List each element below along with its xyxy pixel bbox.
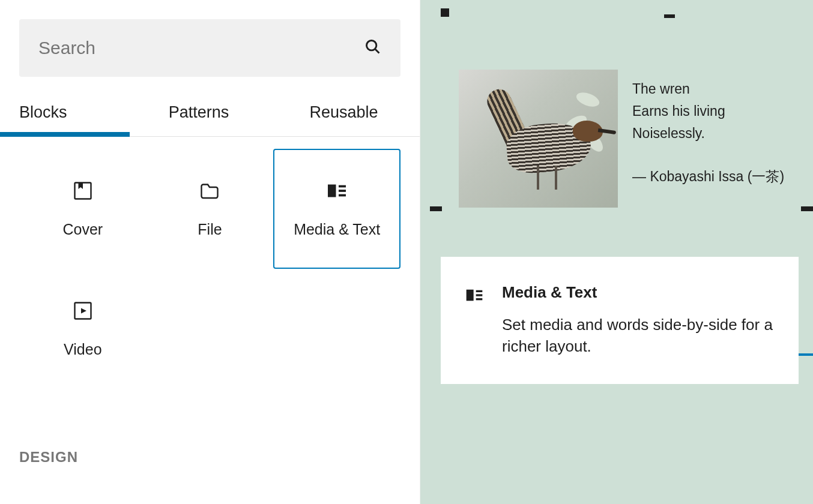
search-input[interactable]	[38, 38, 364, 58]
svg-line-1	[375, 49, 379, 53]
preview-text: The wren Earns his living Noiselessly. —…	[632, 70, 789, 188]
media-text-icon	[465, 283, 484, 307]
block-info-card: Media & Text Set media and words side-by…	[441, 257, 799, 384]
active-tab-indicator	[0, 132, 130, 137]
search-box[interactable]	[19, 19, 400, 77]
svg-rect-8	[467, 290, 474, 301]
tab-blocks[interactable]: Blocks	[0, 103, 130, 136]
cover-icon	[72, 180, 94, 202]
block-file[interactable]: File	[147, 149, 274, 269]
selection-accent	[799, 353, 813, 356]
file-icon	[199, 180, 220, 202]
tab-patterns[interactable]: Patterns	[130, 103, 268, 136]
preview-image	[459, 70, 618, 208]
block-handle-icon	[441, 8, 449, 17]
block-media-text[interactable]: Media & Text	[273, 149, 400, 269]
block-label: Cover	[62, 221, 103, 238]
block-video[interactable]: Video	[19, 269, 147, 389]
block-resize-handle[interactable]	[801, 206, 813, 211]
poem-attribution: — Kobayashi Issa (一茶)	[632, 166, 789, 188]
block-preview-panel: The wren Earns his living Noiselessly. —…	[420, 0, 813, 504]
inserter-tabs: Blocks Patterns Reusable	[0, 103, 420, 137]
poem-line: Noiselessly.	[632, 122, 789, 145]
media-text-icon	[326, 180, 348, 202]
search-icon	[364, 38, 381, 58]
block-label: Video	[64, 341, 102, 358]
tab-reusable[interactable]: Reusable	[268, 103, 420, 136]
block-gallery[interactable]: Gallery	[147, 137, 274, 149]
poem-line: The wren	[632, 78, 789, 100]
poem-line: Earns his living	[632, 100, 789, 122]
block-label: Media & Text	[294, 221, 380, 238]
block-info-title: Media & Text	[502, 283, 775, 302]
blocks-list[interactable]: Image Gallery Audio Cover File	[0, 137, 420, 504]
block-label: File	[198, 221, 222, 238]
block-image[interactable]: Image	[19, 137, 147, 149]
block-inserter-panel: Blocks Patterns Reusable Image Gallery A…	[0, 0, 420, 504]
video-icon	[72, 300, 94, 322]
search-wrap	[0, 0, 420, 77]
media-text-preview: The wren Earns his living Noiselessly. —…	[459, 70, 789, 208]
block-info-description: Set media and words side-by-side for a r…	[502, 314, 775, 358]
block-cover[interactable]: Cover	[19, 149, 147, 269]
svg-point-0	[367, 41, 376, 50]
section-design-heading: DESIGN	[0, 425, 420, 466]
svg-rect-3	[328, 184, 336, 197]
block-resize-handle[interactable]	[430, 206, 442, 211]
block-handle-icon	[664, 14, 675, 18]
block-audio[interactable]: Audio	[273, 137, 400, 149]
